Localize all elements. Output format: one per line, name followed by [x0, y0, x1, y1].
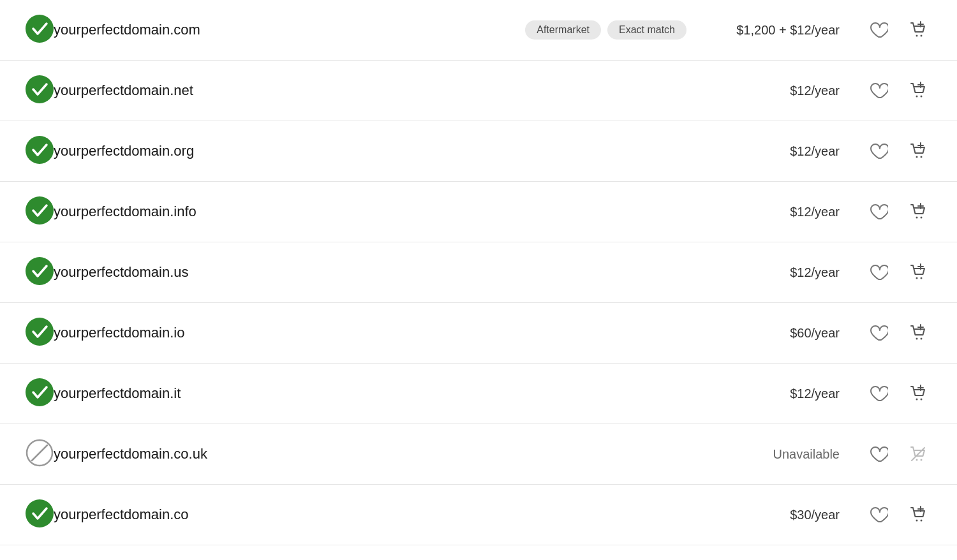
wishlist-button[interactable]	[865, 198, 892, 225]
svg-point-31	[916, 399, 918, 401]
svg-point-1	[916, 35, 918, 37]
svg-point-11	[916, 156, 918, 158]
add-to-cart-button[interactable]	[905, 138, 931, 165]
svg-point-12	[921, 156, 923, 158]
domain-name: yourperfectdomain.it	[54, 385, 699, 402]
table-row: yourperfectdomain.us$12/year	[0, 242, 957, 303]
domain-name: yourperfectdomain.com	[54, 22, 525, 38]
domain-price: $1,200 + $12/year	[699, 23, 840, 38]
table-row: yourperfectdomain.info$12/year	[0, 182, 957, 242]
svg-point-6	[916, 96, 918, 98]
svg-point-7	[921, 96, 923, 98]
svg-point-21	[916, 277, 918, 279]
table-row: yourperfectdomain.net$12/year	[0, 61, 957, 121]
badge-group: AftermarketExact match	[525, 20, 686, 40]
svg-point-40	[26, 499, 54, 527]
domain-price: $12/year	[699, 387, 840, 401]
svg-line-36	[32, 445, 47, 461]
domain-price: $12/year	[699, 205, 840, 219]
domain-price: $12/year	[699, 265, 840, 280]
svg-point-16	[916, 217, 918, 219]
wishlist-button[interactable]	[865, 138, 892, 165]
table-row: yourperfectdomain.co$30/year	[0, 485, 957, 545]
unavailable-icon	[26, 439, 54, 469]
svg-point-2	[921, 35, 923, 37]
add-to-cart-button[interactable]	[905, 259, 931, 286]
table-row: yourperfectdomain.comAftermarketExact ma…	[0, 0, 957, 61]
wishlist-button[interactable]	[865, 380, 892, 407]
available-icon	[26, 196, 54, 227]
domain-price: $12/year	[699, 84, 840, 98]
available-icon	[26, 257, 54, 288]
available-icon	[26, 75, 54, 106]
svg-point-15	[26, 196, 54, 225]
action-icons	[865, 77, 931, 104]
domain-name: yourperfectdomain.net	[54, 82, 699, 99]
available-icon	[26, 136, 54, 166]
action-icons	[865, 380, 931, 407]
action-icons	[865, 259, 931, 286]
badge: Exact match	[607, 20, 686, 40]
available-icon	[26, 15, 54, 45]
action-icons	[865, 138, 931, 165]
action-icons	[865, 320, 931, 346]
add-to-cart-button[interactable]	[905, 380, 931, 407]
svg-point-20	[26, 257, 54, 285]
table-row: yourperfectdomain.it$12/year	[0, 364, 957, 424]
domain-price: $12/year	[699, 144, 840, 159]
svg-point-17	[921, 217, 923, 219]
svg-point-32	[921, 399, 923, 401]
wishlist-button[interactable]	[865, 77, 892, 104]
domain-price: $60/year	[699, 326, 840, 341]
action-icons	[865, 501, 931, 528]
svg-point-41	[916, 520, 918, 522]
available-icon	[26, 378, 54, 409]
domain-list: yourperfectdomain.comAftermarketExact ma…	[0, 0, 957, 545]
svg-point-37	[916, 459, 918, 461]
svg-point-0	[26, 15, 54, 43]
available-icon	[26, 318, 54, 348]
domain-price: $30/year	[699, 508, 840, 522]
add-to-cart-button[interactable]	[905, 320, 931, 346]
add-to-cart-button[interactable]	[905, 501, 931, 528]
svg-point-30	[26, 378, 54, 406]
wishlist-button[interactable]	[865, 501, 892, 528]
add-to-cart-button[interactable]	[905, 17, 931, 43]
badge: Aftermarket	[525, 20, 601, 40]
wishlist-button[interactable]	[865, 441, 892, 468]
wishlist-button[interactable]	[865, 259, 892, 286]
domain-name: yourperfectdomain.io	[54, 325, 699, 341]
add-to-cart-button[interactable]	[905, 198, 931, 225]
wishlist-button[interactable]	[865, 320, 892, 346]
domain-price: Unavailable	[699, 447, 840, 462]
table-row: yourperfectdomain.org$12/year	[0, 121, 957, 182]
domain-name: yourperfectdomain.us	[54, 264, 699, 281]
action-icons	[865, 198, 931, 225]
svg-point-5	[26, 75, 54, 103]
svg-point-26	[916, 338, 918, 340]
domain-name: yourperfectdomain.co	[54, 506, 699, 523]
table-row: yourperfectdomain.co.ukUnavailable	[0, 424, 957, 485]
domain-name: yourperfectdomain.info	[54, 203, 699, 220]
add-to-cart-button[interactable]	[905, 77, 931, 104]
wishlist-button[interactable]	[865, 17, 892, 43]
available-icon	[26, 499, 54, 530]
svg-point-27	[921, 338, 923, 340]
domain-name: yourperfectdomain.co.uk	[54, 446, 699, 462]
add-to-cart-button[interactable]	[905, 441, 931, 468]
svg-point-25	[26, 318, 54, 346]
action-icons	[865, 17, 931, 43]
svg-point-38	[921, 459, 923, 461]
svg-point-22	[921, 277, 923, 279]
domain-name: yourperfectdomain.org	[54, 143, 699, 159]
action-icons	[865, 441, 931, 468]
svg-point-10	[26, 136, 54, 164]
svg-point-42	[921, 520, 923, 522]
table-row: yourperfectdomain.io$60/year	[0, 303, 957, 364]
